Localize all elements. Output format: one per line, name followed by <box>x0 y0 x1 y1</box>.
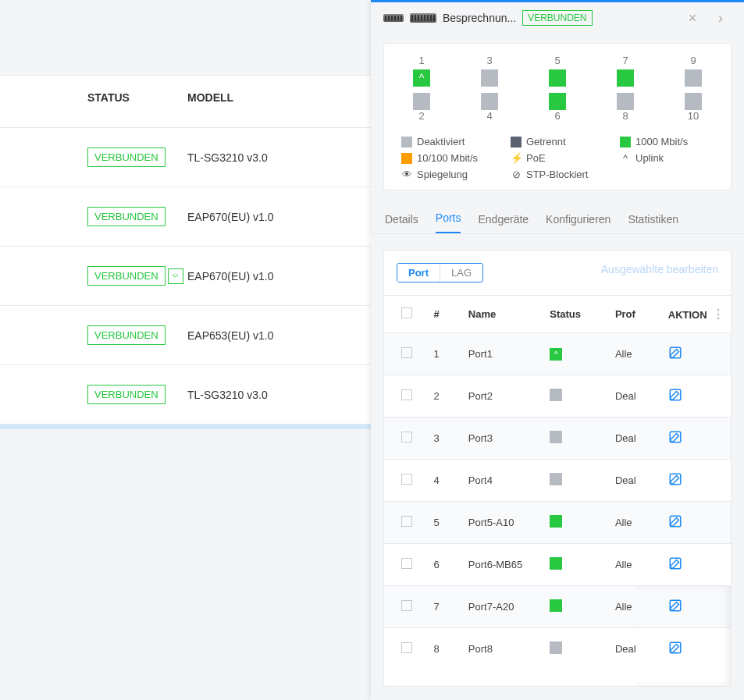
column-header-status[interactable]: STATUS <box>0 91 187 104</box>
port-map-cell[interactable]: 4 <box>469 93 510 125</box>
port-map-cell[interactable]: 1^ <box>401 55 442 87</box>
edit-icon[interactable] <box>668 472 682 486</box>
port-lag-toggle: Port LAG <box>397 263 483 282</box>
port-number: 4 <box>469 110 510 122</box>
tab-details[interactable]: Details <box>385 213 418 233</box>
port-number: 3 <box>469 55 510 66</box>
tab-config[interactable]: Konfigurieren <box>546 213 611 233</box>
port-status-icon <box>549 69 566 87</box>
port-row[interactable]: 8Port8Deal <box>384 628 731 670</box>
row-checkbox[interactable] <box>401 516 412 527</box>
port-map: 1^3579 246810 Deaktiviert Getrennt 1000 … <box>383 43 732 190</box>
edit-icon[interactable] <box>668 556 682 570</box>
device-row[interactable]: VERBUNDEN⌔EAP670(EU) v1.0 <box>0 247 393 306</box>
port-number: 4 <box>429 460 463 502</box>
port-profile: Deal <box>611 418 664 460</box>
legend-square-dark <box>511 137 522 147</box>
column-header-modell[interactable]: MODELL <box>187 91 393 104</box>
status-badge: VERBUNDEN <box>87 385 166 404</box>
device-model: EAP653(EU) v1.0 <box>187 329 393 342</box>
row-checkbox[interactable] <box>401 642 412 653</box>
port-status-icon: ^ <box>550 348 562 361</box>
port-map-cell[interactable]: 10 <box>673 93 714 125</box>
edit-icon[interactable] <box>668 599 682 613</box>
edit-icon[interactable] <box>668 641 682 655</box>
tab-stats[interactable]: Statistiken <box>628 213 678 233</box>
row-checkbox[interactable] <box>401 558 412 569</box>
toggle-port[interactable]: Port <box>397 264 440 282</box>
port-status-icon <box>550 515 562 528</box>
port-name: Port3 <box>464 418 545 460</box>
row-checkbox[interactable] <box>401 432 412 442</box>
port-row[interactable]: 5Port5-A10Alle <box>384 502 731 544</box>
edit-icon[interactable] <box>668 346 682 360</box>
port-number: 1 <box>429 333 463 375</box>
port-name: Port1 <box>464 333 545 375</box>
port-row[interactable]: 6Port6-MB65Alle <box>384 544 731 586</box>
device-row[interactable]: VERBUNDENEAP670(EU) v1.0 <box>0 187 393 247</box>
port-row[interactable]: 4Port4Deal <box>384 460 731 502</box>
next-button[interactable]: › <box>710 7 732 29</box>
column-header-action[interactable]: AKTION⋮ <box>664 296 731 333</box>
close-button[interactable]: × <box>682 7 703 29</box>
port-number: 7 <box>429 586 463 628</box>
edit-icon[interactable] <box>668 514 682 528</box>
port-map-cell[interactable]: 5 <box>537 55 578 87</box>
port-legend: Deaktiviert Getrennt 1000 Mbit/s 10/100 … <box>401 136 714 180</box>
port-status-icon <box>617 69 634 87</box>
port-number: 8 <box>605 110 646 122</box>
selected-row-highlight <box>0 425 393 429</box>
port-number: 1 <box>401 55 442 66</box>
toggle-lag[interactable]: LAG <box>440 264 482 282</box>
port-status-icon <box>549 93 566 110</box>
column-header-status[interactable]: Status <box>545 296 611 333</box>
port-row[interactable]: 3Port3Deal <box>384 418 731 460</box>
port-name: Port2 <box>464 375 545 418</box>
row-checkbox[interactable] <box>401 389 412 400</box>
device-row[interactable]: VERBUNDENEAP653(EU) v1.0 <box>0 306 393 365</box>
edit-selected-link[interactable]: Ausgewählte bearbeiten <box>601 263 718 275</box>
port-profile: Alle <box>611 544 664 586</box>
port-name: Port7-A20 <box>464 586 545 628</box>
port-profile: Deal <box>611 375 664 418</box>
port-map-cell[interactable]: 6 <box>537 93 578 125</box>
status-badge: VERBUNDEN <box>87 147 166 167</box>
port-number: 7 <box>605 55 646 66</box>
eye-icon: 👁 <box>401 169 412 180</box>
status-badge: VERBUNDEN <box>87 266 166 286</box>
port-row[interactable]: 1Port1^Alle <box>384 333 731 375</box>
device-row[interactable]: VERBUNDENTL-SG3210 v3.0 <box>0 365 393 425</box>
edit-icon[interactable] <box>668 388 682 402</box>
edit-icon[interactable] <box>668 430 682 444</box>
tab-ports[interactable]: Ports <box>436 211 461 233</box>
select-all-checkbox[interactable] <box>401 307 412 318</box>
port-status-icon <box>685 69 702 87</box>
port-row[interactable]: 7Port7-A20Alle <box>384 586 731 628</box>
port-status-icon <box>550 641 562 654</box>
column-menu-icon[interactable]: ⋮ <box>707 307 724 321</box>
port-profile: Alle <box>611 502 664 544</box>
port-status-icon <box>685 93 702 110</box>
port-row[interactable]: 2Port2Deal <box>384 375 731 418</box>
svg-rect-7 <box>670 642 681 653</box>
column-header-name[interactable]: Name <box>464 296 545 333</box>
port-status-icon <box>550 599 562 612</box>
port-map-cell[interactable]: 9 <box>673 55 714 87</box>
port-map-cell[interactable]: 3 <box>469 55 510 87</box>
tab-clients[interactable]: Endgeräte <box>478 213 529 233</box>
ports-table: # Name Status Prof AKTION⋮ 1Port1^Alle2P… <box>384 295 731 670</box>
row-checkbox[interactable] <box>401 347 412 358</box>
port-name: Port5-A10 <box>464 502 545 544</box>
port-number: 5 <box>429 502 463 544</box>
column-header-profile[interactable]: Prof <box>611 296 664 333</box>
row-checkbox[interactable] <box>401 474 412 485</box>
column-header-num[interactable]: # <box>429 296 463 333</box>
device-row[interactable]: VERBUNDENTL-SG3210 v3.0 <box>0 128 393 187</box>
svg-rect-3 <box>670 474 681 485</box>
port-map-cell[interactable]: 8 <box>605 93 646 125</box>
port-profile: Deal <box>611 460 664 502</box>
row-checkbox[interactable] <box>401 600 412 611</box>
port-map-cell[interactable]: 7 <box>605 55 646 87</box>
port-map-cell[interactable]: 2 <box>401 93 442 125</box>
port-status-icon <box>481 69 498 87</box>
